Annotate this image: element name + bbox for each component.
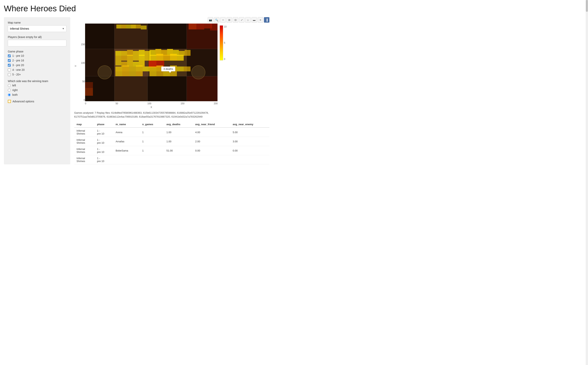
color-scale-labels: 10 5 0 bbox=[224, 25, 226, 60]
svg-point-81 bbox=[191, 65, 205, 79]
cell-avgdeaths-3: 51.00 bbox=[164, 146, 193, 155]
phase-5-label: 5 - 20+ bbox=[12, 73, 21, 76]
chart-inner: 0 50 100 150 bbox=[78, 23, 269, 109]
radio-right-item[interactable]: right bbox=[8, 89, 66, 92]
heatmap[interactable]: 3 deaths bbox=[85, 23, 218, 101]
winning-side-section: Which side was the winning team left rig… bbox=[8, 80, 66, 96]
radio-both-item[interactable]: both bbox=[8, 93, 66, 96]
phase-1-checkbox[interactable] bbox=[8, 54, 11, 57]
scrollbar-thumb[interactable] bbox=[586, 0, 588, 12]
zoom-in-button[interactable]: ⊞ bbox=[226, 17, 232, 23]
fullscreen-button[interactable]: ⤢ bbox=[239, 17, 244, 23]
radio-right[interactable] bbox=[8, 89, 11, 92]
phase-5-checkbox[interactable] bbox=[8, 73, 11, 76]
phase-2-checkbox[interactable] bbox=[8, 59, 11, 62]
svg-rect-40 bbox=[185, 50, 190, 56]
y-tick-100: 100 bbox=[78, 62, 85, 64]
svg-rect-72 bbox=[129, 71, 136, 76]
cell-ngames-4 bbox=[140, 155, 164, 164]
radio-left-item[interactable]: left bbox=[8, 84, 66, 87]
table-row: InfernalShrines 1 -pre 10 bbox=[74, 155, 269, 164]
svg-rect-71 bbox=[122, 71, 129, 76]
color-scale-bar bbox=[220, 25, 223, 60]
col-ngames: n_games bbox=[140, 121, 164, 127]
phase-3-checkbox[interactable] bbox=[8, 64, 11, 67]
table-header-row: map phase m_name n_games avg_deaths avg_… bbox=[74, 121, 269, 127]
cell-mname-2: Arnafas bbox=[113, 137, 140, 146]
svg-rect-27 bbox=[210, 24, 218, 30]
phase-1-label: 1 - pre 10 bbox=[12, 54, 24, 57]
data-table-container: map phase m_name n_games avg_deaths avg_… bbox=[74, 121, 269, 164]
cell-phase-4: 1 -pre 10 bbox=[95, 155, 113, 164]
x-tick-100: 100 bbox=[147, 102, 151, 105]
radio-both[interactable] bbox=[8, 93, 11, 96]
y-axis-label: Y bbox=[74, 63, 77, 69]
chart-toolbar: 📷 🔍 ＋ ⊞ ⊟ ⤢ ⌂ ▬ ≡ ▐ bbox=[74, 17, 269, 23]
phase-2-label: 2 - pre 16 bbox=[12, 59, 24, 62]
svg-rect-76 bbox=[163, 71, 170, 76]
phase-5-item[interactable]: 5 - 20+ bbox=[8, 73, 66, 76]
scrollbar-track bbox=[586, 0, 588, 168]
phase-3-item[interactable]: 3 - pre 20 bbox=[8, 63, 66, 67]
svg-rect-20 bbox=[126, 25, 131, 28]
sidebar: Map name Infernal Shrines Battlefield of… bbox=[4, 17, 70, 164]
advanced-options-wrapper[interactable]: Advanced options bbox=[8, 100, 66, 103]
svg-rect-47 bbox=[150, 55, 156, 61]
cell-avgfriend-3: 0.00 bbox=[193, 146, 230, 155]
players-label: Players (leave empty for all) bbox=[8, 35, 66, 39]
cell-ngames-1: 1 bbox=[140, 127, 164, 137]
svg-rect-79 bbox=[85, 82, 93, 88]
data-table: map phase m_name n_games avg_deaths avg_… bbox=[74, 121, 269, 164]
svg-rect-77 bbox=[170, 71, 177, 76]
x-tick-150: 150 bbox=[181, 102, 184, 105]
advanced-options-icon bbox=[8, 100, 11, 103]
svg-rect-70 bbox=[115, 71, 122, 76]
svg-rect-45 bbox=[139, 55, 145, 61]
phase-checkbox-group: 1 - pre 10 2 - pre 16 3 - pre 20 4 - one… bbox=[8, 54, 66, 76]
phase-4-checkbox[interactable] bbox=[8, 69, 11, 71]
svg-rect-10 bbox=[114, 76, 148, 101]
radio-left[interactable] bbox=[8, 84, 11, 87]
bar-toggle-button[interactable]: ▐ bbox=[264, 17, 269, 23]
svg-rect-43 bbox=[127, 55, 133, 61]
phase-2-item[interactable]: 2 - pre 16 bbox=[8, 59, 66, 62]
line-toggle-button[interactable]: ≡ bbox=[258, 17, 263, 23]
winning-side-radio-group: left right both bbox=[8, 84, 66, 96]
radio-both-label: both bbox=[12, 93, 18, 96]
camera-button[interactable]: 📷 bbox=[208, 17, 213, 23]
cell-mname-4 bbox=[113, 155, 140, 164]
phase-4-label: 4 - one 20 bbox=[12, 68, 25, 71]
map-select-wrapper: Infernal Shrines Battlefield of Eternity… bbox=[8, 25, 66, 32]
zoom-reset-button[interactable]: 🔍 bbox=[214, 17, 219, 23]
rect-toggle-button[interactable]: ▬ bbox=[251, 17, 257, 23]
page-title: Where Heroes Died bbox=[4, 4, 269, 13]
y-tick-0: 0 bbox=[78, 99, 85, 101]
svg-rect-73 bbox=[136, 71, 143, 76]
chart-wrapper: Y 0 50 100 150 bbox=[74, 23, 269, 109]
table-head: map phase m_name n_games avg_deaths avg_… bbox=[74, 121, 269, 127]
x-axis: 0 50 100 150 200 X bbox=[85, 101, 218, 109]
svg-rect-62 bbox=[136, 65, 143, 71]
y-tick-150: 150 bbox=[78, 43, 85, 46]
color-scale-row: 10 5 0 bbox=[220, 25, 226, 60]
svg-rect-61 bbox=[129, 66, 136, 71]
cell-avgdeaths-1: 1.00 bbox=[164, 127, 193, 137]
phase-1-item[interactable]: 1 - pre 10 bbox=[8, 54, 66, 57]
cell-avgdeaths-4 bbox=[164, 155, 193, 164]
games-info: Games analysed: 7 Replay files: 614b8fed… bbox=[74, 111, 223, 119]
cell-avgfriend-1: 4.00 bbox=[193, 127, 230, 137]
svg-rect-54 bbox=[115, 61, 121, 65]
winning-side-label: Which side was the winning team bbox=[8, 80, 66, 83]
players-input[interactable] bbox=[8, 40, 66, 46]
home-button[interactable]: ⌂ bbox=[245, 17, 251, 23]
svg-rect-52 bbox=[149, 61, 156, 67]
col-mname: m_name bbox=[113, 121, 140, 127]
col-phase: phase bbox=[95, 121, 113, 127]
map-select[interactable]: Infernal Shrines Battlefield of Eternity… bbox=[8, 25, 66, 32]
table-row: InfernalShrines 1 -pre 10 BobeSama 1 51.… bbox=[74, 146, 269, 155]
zoom-box-button[interactable]: ＋ bbox=[220, 17, 226, 23]
map-background bbox=[85, 24, 218, 101]
phase-4-item[interactable]: 4 - one 20 bbox=[8, 68, 66, 71]
svg-rect-51 bbox=[177, 55, 184, 61]
zoom-out-button[interactable]: ⊟ bbox=[233, 17, 238, 23]
